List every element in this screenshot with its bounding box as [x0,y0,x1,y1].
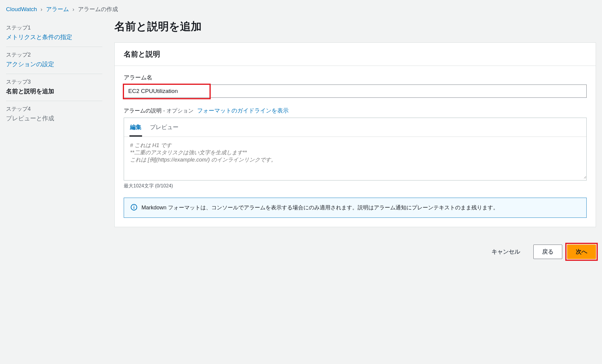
alarm-name-label: アラーム名 [124,74,587,82]
cancel-button[interactable]: キャンセル [483,245,529,259]
step-title: プレビューと作成 [6,114,102,122]
wizard-steps: ステップ1 メトリクスと条件の指定 ステップ2 アクションの設定 ステップ3 名… [6,17,102,236]
step-4: ステップ4 プレビューと作成 [6,101,102,128]
breadcrumb-alarms[interactable]: アラーム [46,5,69,13]
info-box: Markdown フォーマットは、コンソールでアラームを表示する場合にのみ適用さ… [124,198,587,218]
breadcrumb-cloudwatch[interactable]: CloudWatch [6,6,37,13]
name-description-panel: 名前と説明 アラーム名 アラームの説明 - オプション [114,42,596,227]
page-title: 名前と説明を追加 [114,19,596,34]
step-label: ステップ2 [6,51,102,58]
step-label: ステップ3 [6,78,102,85]
next-button[interactable]: 次へ [567,245,596,259]
step-title: メトリクスと条件の指定 [6,33,102,41]
alarm-desc-label: アラームの説明 - オプション [124,107,194,114]
breadcrumb: CloudWatch › アラーム › アラームの作成 [0,0,602,17]
chevron-right-icon: › [73,6,74,13]
step-label: ステップ1 [6,24,102,31]
step-2[interactable]: ステップ2 アクションの設定 [6,47,102,74]
step-1[interactable]: ステップ1 メトリクスと条件の指定 [6,20,102,47]
step-title: 名前と説明を追加 [6,87,102,95]
back-button[interactable]: 戻る [533,245,562,259]
step-title: アクションの設定 [6,60,102,68]
format-guideline-link[interactable]: フォーマットのガイドラインを表示 [197,107,289,115]
info-text: Markdown フォーマットは、コンソールでアラームを表示する場合にのみ適用さ… [141,203,498,212]
description-editor: 編集 プレビュー [124,118,587,180]
char-count: 最大1024文字 (0/1024) [124,183,587,189]
alarm-description-textarea[interactable] [124,137,586,179]
step-3: ステップ3 名前と説明を追加 [6,74,102,101]
footer-actions: キャンセル 戻る 次へ [0,236,602,265]
panel-header: 名前と説明 [115,43,596,66]
svg-rect-1 [134,207,134,209]
breadcrumb-current: アラームの作成 [78,5,118,13]
tab-edit[interactable]: 編集 [129,122,142,137]
info-icon [131,204,137,212]
alarm-name-input[interactable] [124,85,587,98]
step-label: ステップ4 [6,105,102,113]
svg-rect-2 [134,206,134,206]
tab-preview[interactable]: プレビュー [149,122,179,137]
chevron-right-icon: › [41,6,42,13]
